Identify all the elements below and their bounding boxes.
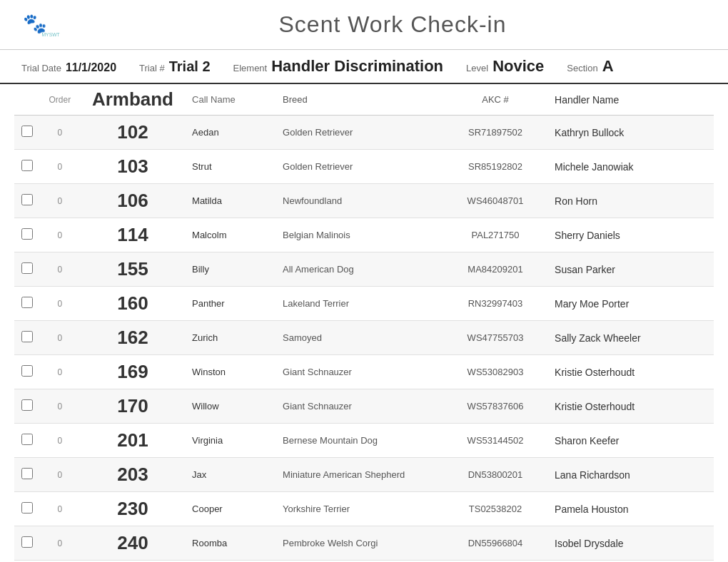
row-breed: Pembroke Welsh Corgi <box>277 526 442 561</box>
row-callname: Strut <box>186 150 277 184</box>
row-order: 0 <box>41 184 79 218</box>
row-akc: WS46048701 <box>442 184 549 218</box>
row-checkbox-cell <box>14 287 41 321</box>
row-checkbox[interactable] <box>21 468 33 479</box>
row-breed: Giant Schnauzer <box>277 389 442 424</box>
table-row: 0 160 Panther Lakeland Terrier RN3299740… <box>14 287 714 321</box>
row-akc: DN55966804 <box>442 526 549 561</box>
logo-icon: 🐾 MYSWT <box>21 9 64 41</box>
row-checkbox[interactable] <box>21 536 33 548</box>
table-row: 0 155 Billy All American Dog MA84209201 … <box>14 252 714 287</box>
header: 🐾 MYSWT Scent Work Check-in <box>0 0 728 50</box>
row-checkbox-cell <box>14 492 41 526</box>
row-handler: Sharon Keefer <box>549 424 714 458</box>
table-row: 0 162 Zurich Samoyed WS47755703 Sally Za… <box>14 321 714 355</box>
row-checkbox[interactable] <box>21 160 33 171</box>
row-akc: RN32997403 <box>442 287 549 321</box>
row-checkbox[interactable] <box>21 365 33 377</box>
row-checkbox-cell <box>14 526 41 561</box>
row-checkbox-cell <box>14 150 41 184</box>
level-value: Novice <box>492 57 544 76</box>
row-callname: Malcolm <box>186 218 277 252</box>
table-row: 0 201 Virginia Bernese Mountain Dog WS53… <box>14 424 714 458</box>
row-checkbox[interactable] <box>21 126 33 137</box>
row-callname: Matilda <box>186 184 277 218</box>
table-row: 0 169 Winston Giant Schnauzer WS53082903… <box>14 355 714 389</box>
row-order: 0 <box>41 116 79 150</box>
th-order: Order <box>41 84 79 116</box>
row-breed: Giant Schnauzer <box>277 355 442 389</box>
page-title: Scent Work Check-in <box>79 11 707 38</box>
row-breed: Miniature American Shepherd <box>277 458 442 492</box>
th-handler: Handler Name <box>549 84 714 116</box>
row-checkbox-cell <box>14 218 41 252</box>
row-armband: 169 <box>79 355 186 389</box>
row-armband: 102 <box>79 116 186 150</box>
table-container: Order Armband Call Name Breed AKC # Hand… <box>0 84 728 562</box>
row-handler: Susan Parker <box>549 252 714 287</box>
row-breed: Newfoundland <box>277 184 442 218</box>
row-armband: 240 <box>79 526 186 561</box>
row-armband: 230 <box>79 492 186 526</box>
row-checkbox[interactable] <box>21 399 33 411</box>
row-callname: Roomba <box>186 526 277 561</box>
trial-num-label: Trial # <box>139 63 165 73</box>
row-armband: 160 <box>79 287 186 321</box>
row-akc: TS02538202 <box>442 492 549 526</box>
th-akc: AKC # <box>442 84 549 116</box>
row-checkbox-cell <box>14 389 41 424</box>
table-row: 0 240 Roomba Pembroke Welsh Corgi DN5596… <box>14 526 714 561</box>
row-handler: Ron Horn <box>549 184 714 218</box>
row-handler: Mary Moe Porter <box>549 287 714 321</box>
row-handler: Kathryn Bullock <box>549 116 714 150</box>
row-checkbox[interactable] <box>21 262 33 274</box>
row-callname: Virginia <box>186 424 277 458</box>
row-order: 0 <box>41 458 79 492</box>
row-checkbox-cell <box>14 184 41 218</box>
row-callname: Aedan <box>186 116 277 150</box>
row-checkbox[interactable] <box>21 502 33 514</box>
row-handler: Isobel Drysdale <box>549 526 714 561</box>
row-checkbox-cell <box>14 116 41 150</box>
row-akc: SR85192802 <box>442 150 549 184</box>
row-order: 0 <box>41 424 79 458</box>
row-breed: Golden Retriever <box>277 150 442 184</box>
table-row: 0 203 Jax Miniature American Shepherd DN… <box>14 458 714 492</box>
row-checkbox[interactable] <box>21 331 33 342</box>
row-order: 0 <box>41 287 79 321</box>
row-handler: Kristie Osterhoudt <box>549 355 714 389</box>
section-label: Section <box>567 63 597 73</box>
row-handler: Sally Zack Wheeler <box>549 321 714 355</box>
row-akc: WS57837606 <box>442 389 549 424</box>
row-order: 0 <box>41 389 79 424</box>
row-checkbox[interactable] <box>21 228 33 240</box>
row-callname: Winston <box>186 355 277 389</box>
row-order: 0 <box>41 492 79 526</box>
row-armband: 203 <box>79 458 186 492</box>
row-checkbox[interactable] <box>21 194 33 205</box>
row-handler: Michele Janowiak <box>549 150 714 184</box>
row-akc: WS53082903 <box>442 355 549 389</box>
row-breed: Bernese Mountain Dog <box>277 424 442 458</box>
row-order: 0 <box>41 526 79 561</box>
element-value: Handler Discrimination <box>271 57 443 76</box>
row-callname: Jax <box>186 458 277 492</box>
row-armband: 170 <box>79 389 186 424</box>
row-breed: All American Dog <box>277 252 442 287</box>
row-order: 0 <box>41 150 79 184</box>
row-callname: Willow <box>186 389 277 424</box>
row-checkbox[interactable] <box>21 297 33 308</box>
row-checkbox-cell <box>14 321 41 355</box>
th-checkbox <box>14 84 41 116</box>
row-checkbox[interactable] <box>21 434 33 445</box>
th-callname: Call Name <box>186 84 277 116</box>
trial-date-label: Trial Date <box>21 63 61 73</box>
row-handler: Kristie Osterhoudt <box>549 389 714 424</box>
table-header-row: Order Armband Call Name Breed AKC # Hand… <box>14 84 714 116</box>
table-row: 0 102 Aedan Golden Retriever SR71897502 … <box>14 116 714 150</box>
row-armband: 155 <box>79 252 186 287</box>
row-akc: DN53800201 <box>442 458 549 492</box>
row-armband: 162 <box>79 321 186 355</box>
row-breed: Yorkshire Terrier <box>277 492 442 526</box>
meta-bar: Trial Date 11/1/2020 Trial # Trial 2 Ele… <box>0 50 728 84</box>
